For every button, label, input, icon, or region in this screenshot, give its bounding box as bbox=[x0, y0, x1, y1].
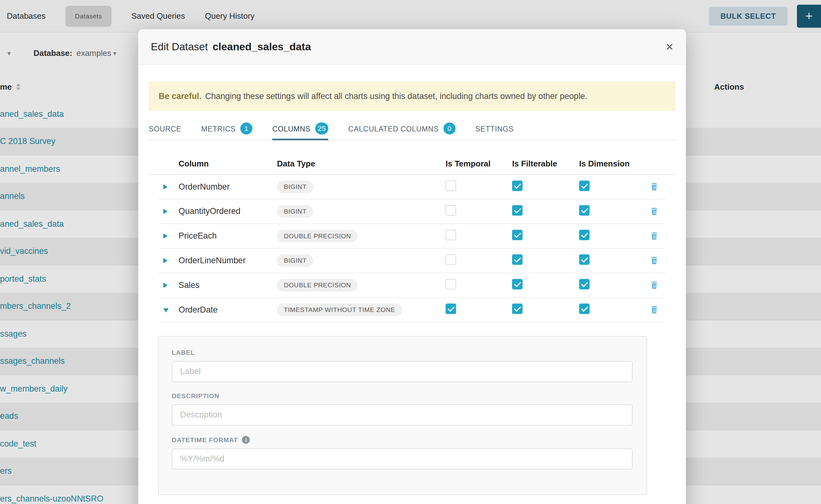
modal-tabs: SOURCE METRICS 1 COLUMNS 25 CALCULATED C… bbox=[149, 117, 675, 140]
label-field-label: LABEL bbox=[172, 349, 633, 356]
column-name: Sales bbox=[179, 280, 277, 290]
expand-caret-icon[interactable] bbox=[163, 234, 167, 239]
is-dimension-checkbox[interactable] bbox=[579, 279, 590, 289]
is-temporal-checkbox[interactable] bbox=[446, 205, 456, 216]
datetime-format-input[interactable] bbox=[172, 448, 633, 469]
close-icon[interactable]: × bbox=[666, 40, 673, 53]
data-type-pill: TIMESTAMP WITHOUT TIME ZONE bbox=[277, 304, 402, 316]
trash-icon[interactable] bbox=[650, 280, 658, 290]
is-dimension-checkbox[interactable] bbox=[579, 304, 590, 314]
column-row: OrderLineNumber BIGINT bbox=[158, 249, 666, 273]
column-name: PriceEach bbox=[179, 231, 277, 241]
trash-icon[interactable] bbox=[650, 305, 658, 314]
modal-body: Be careful. Changing these settings will… bbox=[138, 81, 686, 495]
column-name: OrderLineNumber bbox=[179, 256, 277, 265]
datetime-format-field-label: DATETIME FORMAT i bbox=[172, 436, 633, 444]
trash-icon[interactable] bbox=[650, 207, 658, 216]
tab-label: SETTINGS bbox=[476, 124, 514, 133]
is-filterable-checkbox[interactable] bbox=[512, 279, 523, 289]
description-field-label-text: DESCRIPTION bbox=[172, 393, 219, 400]
label-field-label-text: LABEL bbox=[172, 349, 195, 356]
data-type-header: Data Type bbox=[277, 159, 446, 168]
modal-header: Edit Datasetcleaned_sales_data × bbox=[138, 29, 686, 65]
is-filterable-header: Is Filterable bbox=[512, 159, 579, 168]
is-filterable-checkbox[interactable] bbox=[512, 230, 523, 240]
warning-text: Changing these settings will affect all … bbox=[205, 91, 587, 101]
is-temporal-checkbox[interactable] bbox=[446, 180, 456, 191]
columns-count-badge: 25 bbox=[315, 122, 328, 135]
tab-label: COLUMNS bbox=[272, 124, 310, 133]
data-type-pill: BIGINT bbox=[277, 254, 313, 267]
expand-caret-icon[interactable] bbox=[163, 283, 167, 288]
expand-caret-icon[interactable] bbox=[163, 184, 167, 190]
modal-title-dataset-name: cleaned_sales_data bbox=[212, 41, 311, 52]
is-filterable-checkbox[interactable] bbox=[512, 205, 523, 216]
column-row: OrderNumber BIGINT bbox=[158, 175, 666, 200]
is-temporal-checkbox[interactable] bbox=[446, 279, 456, 289]
data-type-pill: BIGINT bbox=[277, 205, 313, 218]
description-field-label: DESCRIPTION bbox=[172, 393, 633, 400]
expand-caret-icon[interactable] bbox=[163, 209, 167, 214]
is-filterable-checkbox[interactable] bbox=[512, 254, 523, 265]
metrics-count-badge: 1 bbox=[240, 122, 252, 135]
column-row: QuantityOrdered BIGINT bbox=[158, 200, 666, 224]
is-filterable-checkbox[interactable] bbox=[512, 180, 523, 191]
app-viewport: Databases Datasets Saved Queries Query H… bbox=[0, 0, 821, 504]
is-temporal-checkbox[interactable] bbox=[446, 304, 456, 314]
modal-title-prefix: Edit Dataset bbox=[151, 41, 208, 52]
is-temporal-header: Is Temporal bbox=[446, 159, 512, 168]
columns-table-header: Column Data Type Is Temporal Is Filterab… bbox=[149, 153, 675, 175]
tab-settings[interactable]: SETTINGS bbox=[476, 117, 514, 140]
data-type-pill: BIGINT bbox=[277, 180, 313, 193]
expand-caret-icon[interactable] bbox=[163, 258, 167, 263]
column-row: PriceEach DOUBLE PRECISION bbox=[158, 224, 666, 249]
is-dimension-checkbox[interactable] bbox=[579, 205, 590, 216]
tab-metrics[interactable]: METRICS 1 bbox=[201, 117, 252, 140]
label-input[interactable] bbox=[172, 361, 633, 382]
tab-label: SOURCE bbox=[149, 124, 181, 133]
edit-dataset-modal: Edit Datasetcleaned_sales_data × Be care… bbox=[138, 29, 686, 504]
warning-bold-text: Be careful. bbox=[159, 91, 201, 101]
column-name: OrderNumber bbox=[179, 182, 277, 191]
column-detail-panel: LABEL DESCRIPTION DATETIME FORMAT i bbox=[158, 336, 647, 495]
trash-icon[interactable] bbox=[650, 231, 658, 241]
datetime-format-label-text: DATETIME FORMAT bbox=[172, 436, 238, 443]
is-temporal-checkbox[interactable] bbox=[446, 254, 456, 265]
expand-caret-icon[interactable] bbox=[163, 308, 169, 312]
is-dimension-checkbox[interactable] bbox=[579, 254, 590, 265]
tab-source[interactable]: SOURCE bbox=[149, 117, 181, 140]
is-dimension-checkbox[interactable] bbox=[579, 230, 590, 240]
column-name: QuantityOrdered bbox=[179, 207, 277, 216]
data-type-pill: DOUBLE PRECISION bbox=[277, 279, 358, 291]
modal-title: Edit Datasetcleaned_sales_data bbox=[151, 41, 311, 53]
column-row: OrderDate TIMESTAMP WITHOUT TIME ZONE bbox=[158, 298, 666, 323]
tab-label: METRICS bbox=[201, 124, 235, 133]
is-filterable-checkbox[interactable] bbox=[512, 304, 523, 314]
is-dimension-header: Is Dimension bbox=[579, 159, 642, 168]
info-icon[interactable]: i bbox=[242, 436, 250, 444]
column-row: Sales DOUBLE PRECISION bbox=[158, 273, 666, 298]
column-header: Column bbox=[179, 159, 277, 168]
column-name: OrderDate bbox=[179, 305, 277, 314]
trash-icon[interactable] bbox=[650, 182, 658, 191]
columns-table-body: OrderNumber BIGINT QuantityOrdered BIGIN… bbox=[158, 175, 666, 323]
tab-label: CALCULATED COLUMNS bbox=[348, 124, 439, 133]
description-input[interactable] bbox=[172, 405, 633, 426]
warning-banner: Be careful. Changing these settings will… bbox=[149, 81, 675, 111]
is-temporal-checkbox[interactable] bbox=[446, 230, 456, 240]
tab-calculated-columns[interactable]: CALCULATED COLUMNS 0 bbox=[348, 117, 456, 140]
data-type-pill: DOUBLE PRECISION bbox=[277, 230, 358, 242]
calculated-columns-count-badge: 0 bbox=[443, 122, 456, 135]
tab-columns[interactable]: COLUMNS 25 bbox=[272, 117, 328, 140]
is-dimension-checkbox[interactable] bbox=[579, 180, 590, 191]
trash-icon[interactable] bbox=[650, 256, 658, 265]
